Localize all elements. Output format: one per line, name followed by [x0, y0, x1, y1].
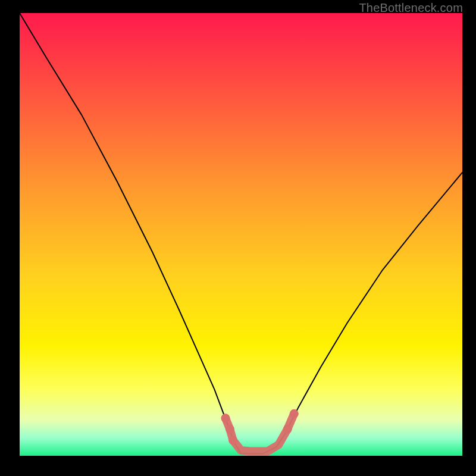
watermark-text: TheBottleneck.com	[359, 1, 463, 15]
curve-layer	[20, 13, 462, 456]
plot-area	[20, 13, 462, 456]
highlight-dot	[283, 425, 292, 434]
highlight-dot	[290, 409, 299, 418]
highlight-dot	[221, 414, 230, 422]
bottleneck-curve	[20, 13, 462, 453]
chart-frame: TheBottleneck.com	[0, 0, 476, 476]
highlight-dot	[226, 425, 234, 434]
highlight-dot	[228, 436, 237, 444]
highlight-segment	[226, 414, 294, 451]
